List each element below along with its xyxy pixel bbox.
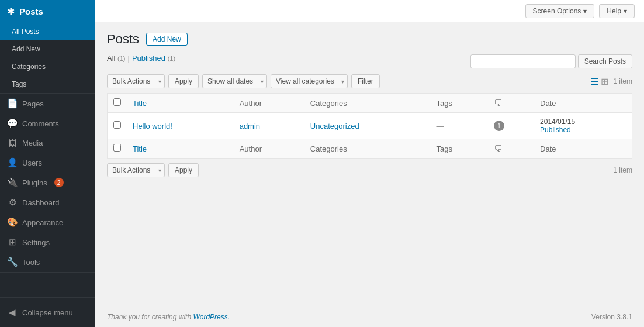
post-status: Published [540, 126, 571, 134]
screen-options-chevron: ▾ [583, 7, 587, 15]
col-check-header [108, 94, 127, 113]
main-content: Screen Options ▾ Help ▾ Posts Add New Al… [95, 0, 644, 327]
author-link[interactable]: admin [240, 122, 260, 130]
row-categories: Uncategorized [304, 113, 431, 139]
select-all-footer-checkbox[interactable] [113, 144, 121, 152]
table-header-row: Title Author Categories Tags 🗨 Date [108, 94, 632, 113]
post-date: 2014/01/15 [540, 118, 575, 126]
row-comments: 1 [488, 113, 534, 139]
media-icon: 🖼 [7, 138, 18, 148]
collapse-label: Collapse menu [22, 308, 73, 317]
footer-title-sort-link[interactable]: Title [133, 144, 147, 153]
sidebar: ✱ Posts All Posts Add New Categories Tag… [0, 0, 95, 327]
settings-label: Settings [22, 238, 50, 247]
foot-col-date: Date [534, 139, 632, 159]
plugins-icon: 🔌 [7, 177, 18, 188]
help-chevron: ▾ [624, 7, 627, 15]
published-count: (1) [168, 55, 175, 62]
foot-col-author: Author [234, 139, 304, 159]
search-box: Search Posts [470, 54, 632, 68]
row-checkbox[interactable] [113, 121, 121, 129]
bulk-actions-wrap: Bulk Actions ▾ [107, 74, 165, 88]
sidebar-item-categories[interactable]: Categories [0, 58, 95, 75]
footer-thank-you: Thank you for creating with [107, 313, 191, 321]
post-title-link[interactable]: Hello world! [133, 122, 172, 130]
select-all-checkbox[interactable] [113, 98, 121, 106]
tags-dash: — [437, 122, 444, 130]
sidebar-item-dashboard[interactable]: ⚙ Dashboard [0, 192, 95, 212]
row-check [108, 113, 127, 139]
users-label: Users [22, 159, 42, 167]
sidebar-item-users[interactable]: 👤 Users [0, 153, 95, 173]
appearance-icon: 🎨 [7, 217, 18, 228]
categories-wrap: View all categories ▾ [271, 74, 348, 88]
col-title-header: Title [127, 94, 234, 113]
foot-col-check [108, 139, 127, 159]
sidebar-item-all-posts[interactable]: All Posts [0, 23, 95, 40]
sidebar-header-label: Posts [19, 6, 43, 16]
sidebar-item-appearance[interactable]: 🎨 Appearance [0, 212, 95, 232]
tags-label: Tags [12, 80, 26, 88]
foot-col-categories: Categories [304, 139, 431, 159]
sidebar-item-comments[interactable]: 💬 Comments [0, 113, 95, 133]
sidebar-header[interactable]: ✱ Posts [0, 0, 95, 23]
all-posts-label: All Posts [12, 27, 39, 36]
grid-view-icon[interactable]: ⊞ [601, 76, 608, 87]
tab-all[interactable]: All (1) [107, 54, 126, 63]
toolbar-left: Bulk Actions ▾ Apply Show all dates ▾ Vi… [107, 74, 380, 88]
col-categories-header: Categories [304, 94, 431, 113]
title-sort-link[interactable]: Title [133, 99, 147, 108]
pages-icon: 📄 [7, 98, 18, 109]
plugins-badge: 2 [54, 178, 64, 187]
sidebar-item-plugins[interactable]: 🔌 Plugins 2 [0, 173, 95, 192]
sidebar-item-settings[interactable]: ⊞ Settings [0, 232, 95, 252]
tools-icon: 🔧 [7, 257, 18, 267]
bulk-actions-bottom-select[interactable]: Bulk Actions [107, 163, 165, 177]
footer-left: Thank you for creating with WordPress. [107, 313, 230, 321]
sidebar-item-tags[interactable]: Tags [0, 75, 95, 93]
col-tags-header: Tags [431, 94, 489, 113]
view-icons: ☰ ⊞ [590, 76, 608, 87]
screen-options-label: Screen Options [533, 7, 581, 15]
col-comments-header: 🗨 [488, 94, 534, 113]
bulk-actions-select[interactable]: Bulk Actions [107, 74, 165, 88]
sidebar-item-pages[interactable]: 📄 Pages [0, 94, 95, 113]
comments-header-icon: 🗨 [494, 98, 502, 108]
row-author: admin [234, 113, 304, 139]
screen-options-btn[interactable]: Screen Options ▾ [525, 4, 595, 18]
wordpress-link[interactable]: WordPress. [193, 313, 230, 321]
collapse-menu-btn[interactable]: ◀ Collapse menu [7, 304, 88, 321]
all-count: (1) [117, 55, 125, 62]
sidebar-item-add-new[interactable]: Add New [0, 40, 95, 58]
search-input[interactable] [470, 54, 576, 68]
list-view-icon[interactable]: ☰ [590, 76, 598, 87]
item-count-bottom: 1 item [613, 166, 632, 174]
help-btn[interactable]: Help ▾ [599, 4, 635, 18]
plugins-label: Plugins [22, 178, 47, 187]
category-link[interactable]: Uncategorized [310, 122, 359, 130]
comments-icon: 💬 [7, 118, 18, 129]
row-tags: — [431, 113, 489, 139]
categories-select[interactable]: View all categories [271, 74, 348, 88]
comment-count-badge[interactable]: 1 [494, 121, 504, 131]
table-footer-row: Title Author Categories Tags 🗨 Date [108, 139, 632, 159]
footer-version: Version 3.8.1 [591, 313, 632, 321]
sidebar-item-media[interactable]: 🖼 Media [0, 133, 95, 153]
sidebar-item-tools[interactable]: 🔧 Tools [0, 252, 95, 272]
comments-label: Comments [22, 119, 59, 128]
settings-icon: ⊞ [7, 237, 18, 247]
item-count-top: 1 item [613, 77, 632, 85]
add-new-button[interactable]: Add New [146, 33, 188, 46]
toolbar-right: ☰ ⊞ 1 item [590, 76, 632, 87]
collapse-icon: ◀ [7, 307, 18, 318]
apply-button-bottom[interactable]: Apply [168, 163, 199, 177]
show-dates-select[interactable]: Show all dates [202, 74, 267, 88]
page-footer: Thank you for creating with WordPress. V… [95, 307, 644, 327]
apply-button-top[interactable]: Apply [168, 74, 199, 88]
show-dates-wrap: Show all dates ▾ [202, 74, 267, 88]
help-label: Help [607, 7, 621, 15]
dashboard-icon: ⚙ [7, 197, 18, 208]
search-posts-button[interactable]: Search Posts [578, 54, 632, 68]
tab-published[interactable]: Published (1) [132, 54, 175, 63]
filter-button[interactable]: Filter [351, 74, 380, 88]
